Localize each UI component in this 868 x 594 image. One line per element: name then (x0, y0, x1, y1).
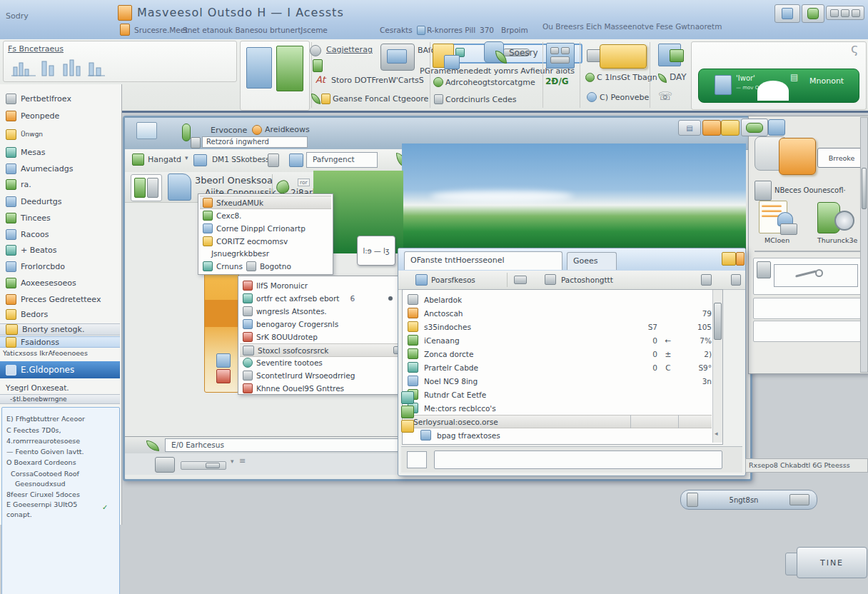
list-item[interactable]: Khnne Oouel9S Gnttres (240, 382, 344, 394)
key-icon[interactable] (514, 276, 527, 284)
sidebar-item[interactable]: Preces Gedretetteex (0, 292, 120, 306)
menu-item[interactable]: CORITZ eocmomsv (200, 235, 288, 247)
subpanel-item[interactable]: conapt. (6, 510, 115, 520)
preview-tile[interactable] (131, 174, 162, 201)
ribbon-command[interactable]: C 1lnsGt Tbagn (597, 73, 657, 82)
panel-scrollbar[interactable] (860, 117, 868, 373)
subpanel-item[interactable]: — Feento Goiven lavtt. (6, 448, 115, 458)
scroll-thumb[interactable] (714, 303, 722, 340)
slider-thumb[interactable] (206, 463, 220, 468)
list-row[interactable]: Rutndr Cat Eetfe (403, 388, 712, 401)
caret-icon[interactable]: ▾ (231, 458, 234, 465)
list-item[interactable]: SrK 8OUUdrotep (240, 331, 318, 343)
docs-people-icon[interactable] (759, 201, 796, 233)
menu-item[interactable]: Snet etanouk Banesou brtunertJsceme (183, 26, 328, 34)
name-box-label[interactable]: Hangatd (148, 155, 181, 164)
report-icon[interactable] (246, 47, 272, 89)
sidebar-item[interactable]: Ünwgn (0, 127, 120, 141)
subpanel-item[interactable]: C Feectes 7D0s, (6, 426, 115, 436)
monitor-icon[interactable] (701, 274, 712, 286)
browse-button[interactable]: Brreoke (817, 148, 866, 168)
subpanel-item[interactable]: CorssaCootoed Roof (6, 470, 119, 480)
list-row[interactable]: Anctoscah79 (403, 306, 712, 320)
menu-item[interactable]: SfxeudAMUk (200, 196, 331, 209)
table-icon[interactable] (289, 153, 303, 167)
building-icon[interactable] (546, 43, 575, 69)
progress-pill-button[interactable]: 5ngt8sn (680, 490, 817, 510)
sidebar-item[interactable]: Racoos (0, 227, 120, 241)
window-button-1[interactable] (774, 4, 800, 23)
list-item[interactable]: IlfS Moronuicr (240, 279, 308, 291)
ribbon-command[interactable]: Cordcinurls Cedes (445, 95, 517, 104)
day-label[interactable]: DAY (670, 72, 687, 82)
list-row[interactable]: Prartelr Cabde0CS9° (403, 361, 712, 374)
list-row[interactable]: Noel NC9 8ing3n (403, 374, 712, 388)
sidebar-item[interactable]: Bnorty snetogk. (0, 323, 120, 336)
list-item[interactable]: benogaroy Crogersnls (240, 318, 338, 330)
balance-icon[interactable] (731, 274, 741, 286)
scroll-thumb[interactable] (862, 168, 867, 209)
sidebar-item[interactable]: Yaticxsoss IkrAfeoenoees (0, 348, 120, 358)
minimize-button[interactable] (702, 120, 721, 136)
list-item[interactable]: Scontetlrurd Wrsoeodrrieg (240, 369, 355, 381)
menu-item[interactable]: Cesrakts (380, 26, 413, 34)
maximize-button[interactable] (721, 120, 740, 136)
sidebar-item[interactable]: Pertbetlfroex (0, 91, 120, 106)
sidebar-item[interactable]: Frorlorcbdo (0, 259, 120, 273)
list-item[interactable]: Seventire tootoes (240, 356, 323, 368)
list-row[interactable]: bpag tfraextoses (403, 428, 712, 442)
menu-item[interactable]: Srucesre.Meet (134, 26, 188, 34)
subpanel-item[interactable]: E) Ffhgtbtuttrer Aceoor (6, 415, 115, 425)
sidebar-item[interactable]: Fsaidonss (0, 336, 120, 348)
ribbon-command[interactable]: Adrcoheogtstorcatgme (445, 78, 535, 87)
list-row[interactable]: Me:ctors recblcco's (403, 401, 712, 415)
list-item[interactable]: ortfr ect axfrseb ebort6 (240, 292, 393, 304)
signature-box[interactable] (753, 258, 863, 295)
menu-item[interactable]: Brpoim (501, 26, 528, 34)
sidebar-item[interactable]: ra. (0, 177, 120, 191)
paragraph-icon[interactable] (268, 153, 279, 167)
package-icon[interactable] (600, 44, 647, 69)
zoom-slider[interactable] (181, 461, 226, 470)
menu-item[interactable]: Cexc8. (200, 209, 241, 221)
dialog-tab[interactable]: Goees (567, 252, 617, 270)
eco-button[interactable] (741, 119, 768, 136)
menu-item[interactable]: CrnunsBogotno (200, 260, 291, 272)
book-clock-icon[interactable] (814, 201, 856, 233)
sidebar-item[interactable]: -$tl.benebwrngne (0, 394, 120, 404)
record-field[interactable]: Retzorá ingwherd (202, 136, 308, 148)
list-row[interactable]: Zonca dorcte0±2) (403, 347, 712, 361)
subpanel-item[interactable]: 4.romrrreaurotesoese (6, 437, 115, 447)
phone-icon[interactable]: ☏ (658, 89, 672, 103)
sidebar-item[interactable]: Aoxeesesoeos (0, 276, 120, 290)
form-icon[interactable] (276, 46, 303, 91)
close-button[interactable] (768, 119, 785, 136)
color-swatch[interactable] (193, 154, 207, 166)
help-button[interactable] (722, 252, 736, 266)
list-row[interactable]: iCenaang0←7% (403, 333, 712, 347)
list-scrollbar[interactable]: ◂ (712, 290, 722, 443)
inner-menu-item[interactable]: Areidkeows (265, 125, 310, 134)
time-button[interactable]: TINE (797, 547, 867, 578)
sidebar-item[interactable]: Deedurtgs (0, 194, 120, 208)
sb-icon[interactable] (545, 274, 556, 285)
restore-button[interactable]: ▤ (678, 120, 701, 136)
subpanel-item[interactable]: 8feesr Ciruxel 5doces (6, 490, 115, 500)
subpanel-item[interactable]: E Goeesernpi 3UItO5 (6, 500, 115, 510)
list-row[interactable]: s35indochesS7105 (403, 320, 712, 333)
printer-icon[interactable] (415, 274, 428, 286)
page-curl-icon[interactable] (168, 173, 191, 201)
sidebar-item-selected[interactable]: E.Gldopones (0, 361, 120, 378)
list-item-highlighted[interactable]: Stoxcl ssofcosrsrck (240, 343, 405, 357)
green-banner[interactable]: 'Iwor' — mov O 1 | ▤ Mnonont (698, 69, 859, 103)
subpanel-item[interactable]: O Boexard Cordeons (6, 458, 115, 468)
toolbar-text[interactable]: DM1 SSkotbess (212, 155, 270, 163)
menu-item[interactable]: 370 (480, 26, 494, 34)
ribbon-command[interactable]: Geanse Foncal Ctgeoore (333, 94, 428, 104)
sidebar-item[interactable]: Avumeciadgs (0, 161, 120, 176)
window-button-2[interactable] (802, 4, 824, 23)
toolbar-big-text-1[interactable]: 3beorl Onesksoa (195, 175, 273, 186)
inner-menu-item[interactable]: Ervocone (211, 126, 247, 135)
sidebar-item[interactable]: Bedors (0, 307, 120, 321)
subpanel-item[interactable]: Geesnoudxsud (6, 480, 123, 490)
